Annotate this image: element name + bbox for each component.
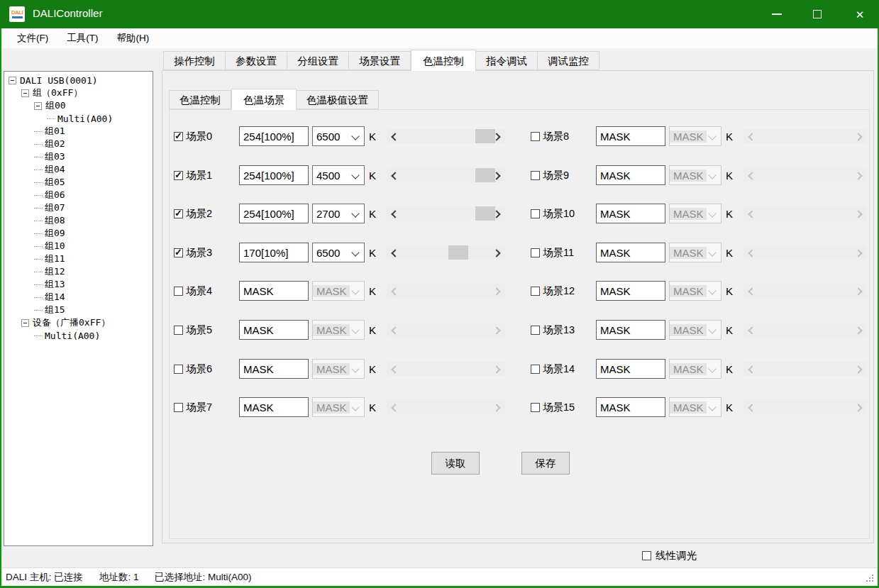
temp-scrollbar[interactable] <box>743 362 867 376</box>
close-button[interactable]: ✕ <box>841 0 879 28</box>
tree-node[interactable]: 组09 <box>4 227 153 240</box>
temp-scrollbar[interactable] <box>743 245 867 260</box>
menu-item-0[interactable]: 文件(F) <box>8 28 57 48</box>
scroll-left-icon[interactable] <box>391 287 399 295</box>
scene-level-input[interactable] <box>239 243 309 262</box>
sub-tab-2[interactable]: 色温极值设置 <box>297 90 379 109</box>
scroll-right-icon[interactable] <box>492 326 500 334</box>
tree-node[interactable]: 组12 <box>4 265 153 278</box>
scene-checkbox[interactable]: ✓ <box>174 365 183 374</box>
scroll-right-icon[interactable] <box>854 326 862 334</box>
temp-scrollbar[interactable] <box>387 245 505 260</box>
temp-scrollbar[interactable] <box>743 168 867 182</box>
tree-node[interactable]: 组03 <box>4 150 153 163</box>
minimize-button[interactable] <box>759 0 795 28</box>
scene-level-input[interactable] <box>596 359 665 379</box>
scene-temp-select[interactable]: MASK <box>669 126 722 146</box>
scroll-right-icon[interactable] <box>854 249 862 257</box>
scene-temp-select[interactable]: MASK <box>312 397 365 417</box>
scene-level-input[interactable] <box>239 359 309 379</box>
tree-node[interactable]: DALI USB(0001) <box>4 74 153 87</box>
main-tab-0[interactable]: 操作控制 <box>163 51 226 70</box>
scene-temp-select[interactable]: MASK <box>669 165 722 185</box>
sub-tab-1[interactable]: 色温场景 <box>231 89 297 110</box>
tree-node[interactable]: Multi(A00) <box>4 112 153 125</box>
scene-temp-select[interactable]: 2700 <box>312 204 365 223</box>
scroll-left-icon[interactable] <box>391 133 399 140</box>
scroll-right-icon[interactable] <box>854 133 862 140</box>
tree-node[interactable]: 组07 <box>4 201 153 214</box>
temp-scrollbar[interactable] <box>387 323 505 337</box>
scene-level-input[interactable] <box>596 204 665 223</box>
scene-temp-select[interactable]: MASK <box>669 320 722 340</box>
scene-level-input[interactable] <box>239 320 309 340</box>
tree-expander-icon[interactable] <box>21 89 29 97</box>
scroll-thumb[interactable] <box>448 245 468 260</box>
scene-checkbox[interactable]: ✓ <box>174 171 183 180</box>
scene-checkbox[interactable]: ✓ <box>174 132 183 141</box>
scroll-left-icon[interactable] <box>748 404 756 411</box>
tree-node[interactable]: 组02 <box>4 138 153 150</box>
scroll-left-icon[interactable] <box>748 210 756 218</box>
temp-scrollbar[interactable] <box>387 284 505 298</box>
tree-node[interactable]: 组15 <box>4 304 153 316</box>
tree-node[interactable]: 组01 <box>4 125 153 138</box>
scene-checkbox[interactable]: ✓ <box>174 248 183 257</box>
scene-checkbox[interactable]: ✓ <box>531 326 540 335</box>
scene-level-input[interactable] <box>239 204 309 223</box>
main-tab-4[interactable]: 色温控制 <box>411 50 476 71</box>
scene-temp-select[interactable]: MASK <box>669 359 722 379</box>
temp-scrollbar[interactable] <box>743 284 867 298</box>
tree-expander-icon[interactable] <box>9 77 16 84</box>
scroll-right-icon[interactable] <box>492 287 500 295</box>
scroll-left-icon[interactable] <box>748 326 756 334</box>
scroll-left-icon[interactable] <box>748 172 756 179</box>
scroll-left-icon[interactable] <box>391 249 399 257</box>
scene-level-input[interactable] <box>239 165 309 185</box>
tree-node[interactable]: 组（0xFF） <box>4 87 153 99</box>
temp-scrollbar[interactable] <box>387 129 505 143</box>
scene-level-input[interactable] <box>596 126 665 146</box>
main-tab-2[interactable]: 分组设置 <box>287 51 349 70</box>
maximize-button[interactable] <box>800 0 835 28</box>
scroll-right-icon[interactable] <box>854 365 862 373</box>
scene-checkbox[interactable]: ✓ <box>531 209 540 218</box>
scene-level-input[interactable] <box>596 397 665 417</box>
scene-temp-select[interactable]: MASK <box>669 281 722 301</box>
scene-checkbox[interactable]: ✓ <box>531 287 540 296</box>
scene-temp-select[interactable]: MASK <box>669 397 722 417</box>
tree-node[interactable]: 组13 <box>4 278 153 291</box>
scene-checkbox[interactable]: ✓ <box>531 132 540 141</box>
scroll-left-icon[interactable] <box>391 365 399 373</box>
scene-temp-select[interactable]: MASK <box>312 359 365 379</box>
tree-node[interactable]: 组00 <box>4 99 153 112</box>
tree-node[interactable]: 组08 <box>4 214 153 227</box>
main-tab-3[interactable]: 场景设置 <box>349 51 411 70</box>
tree-node[interactable]: 组04 <box>4 163 153 176</box>
scene-checkbox[interactable]: ✓ <box>174 403 183 412</box>
temp-scrollbar[interactable] <box>743 129 867 143</box>
scene-temp-select[interactable]: MASK <box>312 320 365 340</box>
tree-node[interactable]: Multi(A00) <box>4 329 153 342</box>
scene-temp-select[interactable]: MASK <box>312 281 365 301</box>
scene-level-input[interactable] <box>596 281 665 301</box>
scene-level-input[interactable] <box>239 281 309 301</box>
scroll-right-icon[interactable] <box>854 210 862 218</box>
menu-item-2[interactable]: 帮助(H) <box>108 28 159 48</box>
scroll-left-icon[interactable] <box>748 249 756 257</box>
scroll-left-icon[interactable] <box>391 210 399 218</box>
temp-scrollbar[interactable] <box>743 323 867 337</box>
scene-checkbox[interactable]: ✓ <box>531 248 540 257</box>
scroll-right-icon[interactable] <box>492 404 500 411</box>
scroll-left-icon[interactable] <box>391 172 399 179</box>
linear-dimming-checkbox[interactable]: ✓ <box>642 551 651 560</box>
tree-node[interactable]: 组14 <box>4 291 153 304</box>
tree-node[interactable]: 组10 <box>4 240 153 253</box>
scroll-left-icon[interactable] <box>748 133 756 140</box>
scene-checkbox[interactable]: ✓ <box>174 326 183 335</box>
main-tab-1[interactable]: 参数设置 <box>226 51 287 70</box>
tree-node[interactable]: 组11 <box>4 253 153 265</box>
scene-checkbox[interactable]: ✓ <box>531 171 540 180</box>
scene-level-input[interactable] <box>596 243 665 262</box>
scene-temp-select[interactable]: MASK <box>669 204 722 223</box>
